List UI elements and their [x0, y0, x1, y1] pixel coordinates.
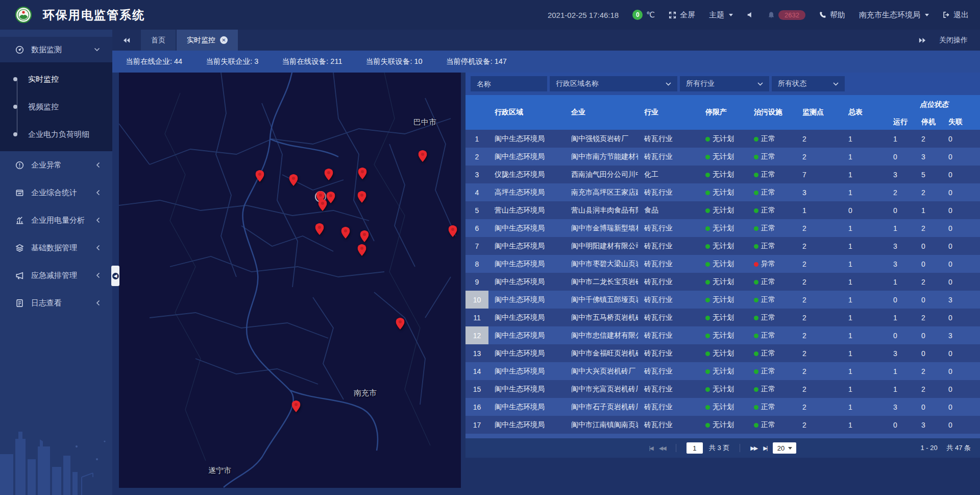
first-page-button[interactable]: |◀: [649, 445, 653, 452]
sidebar-item-3[interactable]: 企业用电量分析: [0, 206, 112, 234]
close-operations-button[interactable]: 关闭操作: [939, 36, 968, 45]
table-row[interactable]: 17阆中生态环境局阆中市江南镇阆南页岩砖瓦行业无计划正常21030: [465, 416, 980, 434]
help-button[interactable]: 帮助: [819, 10, 845, 20]
status-dot-icon: [754, 334, 758, 338]
alert-icon: [15, 161, 24, 170]
cell-halt: 2: [916, 362, 943, 380]
status-dot-icon: [705, 244, 710, 249]
map-marker-icon[interactable]: [341, 227, 350, 239]
cell-lost: 0: [943, 309, 980, 326]
sidebar-item-1[interactable]: 企业异常: [0, 151, 112, 179]
stat-item: 当前停机设备: 147: [446, 57, 507, 66]
col-header-facility: 治污设施: [748, 95, 796, 130]
table-row[interactable]: 12阆中生态环境局阆中市忠信建材有限公砖瓦行业无计划正常21003: [465, 326, 980, 344]
table-row[interactable]: 8阆中生态环境局阆中市枣碧大梁山页岩砖瓦行业无计划异常21300: [465, 255, 980, 273]
industry-filter-select[interactable]: 所有行业: [680, 76, 769, 91]
cell-monitor: 2: [796, 416, 842, 434]
fullscreen-button[interactable]: 全屏: [669, 10, 695, 20]
cell-company: 阆中市二龙长宝页岩砖: [565, 273, 638, 291]
sidebar-item-0[interactable]: 数据监测: [0, 37, 112, 62]
tabs-scroll-left-button[interactable]: [112, 30, 141, 51]
map-marker-icon[interactable]: [325, 169, 333, 180]
status-filter-select[interactable]: 所有状态: [772, 76, 845, 91]
table-row[interactable]: 11阆中生态环境局阆中市五马桥页岩机砖砖瓦行业无计划正常21120: [465, 309, 980, 326]
table-row[interactable]: 18南部生态环境局南部县双佛镇大河页岩砖瓦行业无计划正常21060: [465, 434, 980, 438]
page-number-input[interactable]: [687, 442, 703, 454]
table-row[interactable]: 6阆中生态环境局阆中市金博瑞新型墙材砖瓦行业无计划正常21120: [465, 219, 980, 237]
sidebar-subitem-0-0[interactable]: 实时监控: [0, 65, 112, 93]
status-dot-icon: [705, 262, 710, 267]
tab-0[interactable]: 首页: [141, 30, 176, 51]
cell-halt: 2: [916, 273, 943, 291]
close-icon[interactable]: ✕: [220, 36, 228, 44]
row-number: 6: [465, 219, 488, 237]
workspace: ◀: [112, 73, 980, 495]
cell-run: 1: [888, 273, 916, 291]
sidebar-subitem-0-1[interactable]: 视频监控: [0, 93, 112, 121]
cell-company: 阆中明阳建材有限公司: [565, 237, 638, 255]
cell-lost: 0: [943, 434, 980, 438]
sidebar-subitem-0-2[interactable]: 企业电力负荷明细: [0, 121, 112, 148]
cell-monitor: 2: [796, 434, 842, 438]
notifications-button[interactable]: 2632: [768, 10, 805, 20]
sidebar-item-5[interactable]: 应急减排管理: [0, 262, 112, 289]
theme-dropdown[interactable]: 主题: [709, 10, 733, 20]
cell-total: 1: [842, 273, 888, 291]
org-dropdown[interactable]: 南充市生态环境局: [859, 10, 929, 20]
table-row[interactable]: 14阆中生态环境局阆中大兴页岩机砖厂砖瓦行业无计划正常21120: [465, 362, 980, 380]
table-row[interactable]: 9阆中生态环境局阆中市二龙长宝页岩砖砖瓦行业无计划正常21120: [465, 273, 980, 291]
cell-facility: 正常: [748, 291, 796, 309]
bullet-icon: [13, 77, 17, 81]
chevron-left-icon: [96, 272, 100, 278]
cell-stop: 无计划: [699, 398, 748, 416]
cell-company: 阆中强锐页岩砖厂: [565, 130, 638, 148]
sidebar-item-6[interactable]: 日志查看: [0, 289, 112, 317]
sidebar-submenu: 实时监控视频监控企业电力负荷明细: [0, 62, 112, 151]
cell-halt: 2: [916, 130, 943, 148]
table-row[interactable]: 4高坪生态环境局南充市高坪区王家店建砖瓦行业无计划正常31220: [465, 183, 980, 201]
sidebar-item-4[interactable]: 基础数据管理: [0, 234, 112, 262]
prev-page-button[interactable]: ◀◀: [659, 445, 666, 452]
map-marker-icon[interactable]: [419, 150, 427, 162]
row-number: 14: [465, 362, 488, 380]
tab-1[interactable]: 实时监控✕: [177, 30, 238, 51]
table-row[interactable]: 16阆中生态环境局阆中市石子页岩机砖厂砖瓦行业无计划正常21300: [465, 398, 980, 416]
map-marker-icon[interactable]: [396, 318, 405, 329]
map[interactable]: 巴中市南充市遂宁市: [119, 73, 461, 488]
table-row[interactable]: 15阆中生态环境局阆中市光富页岩机砖厂砖瓦行业无计划正常21120: [465, 380, 980, 398]
next-page-button[interactable]: ▶▶: [750, 445, 757, 452]
map-marker-icon[interactable]: [289, 174, 298, 186]
table-row[interactable]: 13阆中生态环境局阆中市金福旺页岩机砖砖瓦行业无计划正常21300: [465, 344, 980, 362]
table-row[interactable]: 3仪陇生态环境局西南油气田分公司川中化工无计划正常71350: [465, 166, 980, 183]
map-marker-icon[interactable]: [449, 225, 457, 237]
mute-button[interactable]: [747, 11, 754, 18]
tabs-scroll-right-button[interactable]: [918, 37, 926, 43]
map-marker-icon[interactable]: [358, 244, 366, 256]
table-row[interactable]: 7阆中生态环境局阆中明阳建材有限公司砖瓦行业无计划正常21300: [465, 237, 980, 255]
map-marker-icon[interactable]: [358, 191, 366, 203]
col-header-total: 总表: [842, 95, 888, 130]
cell-monitor: 2: [796, 362, 842, 380]
map-marker-icon[interactable]: [292, 400, 301, 412]
map-marker-icon[interactable]: [360, 230, 369, 242]
name-filter-input[interactable]: [471, 76, 547, 91]
table-row[interactable]: 10阆中生态环境局阆中千佛镇五郎垭页岩砖瓦行业无计划正常21003: [465, 291, 980, 309]
cell-industry: 砖瓦行业: [638, 291, 699, 309]
map-marker-icon[interactable]: [256, 170, 264, 182]
sidebar-item-2[interactable]: 企业综合统计: [0, 179, 112, 206]
table-row[interactable]: 1阆中生态环境局阆中强锐页岩砖厂砖瓦行业无计划正常21120: [465, 130, 980, 148]
last-page-button[interactable]: ▶|: [763, 445, 767, 452]
page-size-select[interactable]: 20: [773, 442, 796, 454]
bell-icon: [768, 11, 775, 19]
logout-button[interactable]: 退出: [943, 10, 969, 20]
table-row[interactable]: 5营山生态环境局营山县润丰肉食品有限食品无计划正常10010: [465, 201, 980, 219]
bullet-icon: [13, 105, 17, 109]
map-marker-icon[interactable]: [327, 192, 335, 203]
map-marker-icon[interactable]: [315, 223, 324, 235]
table-row[interactable]: 2阆中生态环境局阆中市南方节能建材有砖瓦行业无计划正常21030: [465, 148, 980, 166]
sidebar-collapse-button[interactable]: ◀: [111, 266, 119, 286]
map-marker-icon[interactable]: [318, 199, 327, 211]
speaker-icon: [747, 11, 754, 18]
region-filter-select[interactable]: 行政区域名称: [550, 76, 677, 91]
map-marker-icon[interactable]: [358, 168, 367, 179]
